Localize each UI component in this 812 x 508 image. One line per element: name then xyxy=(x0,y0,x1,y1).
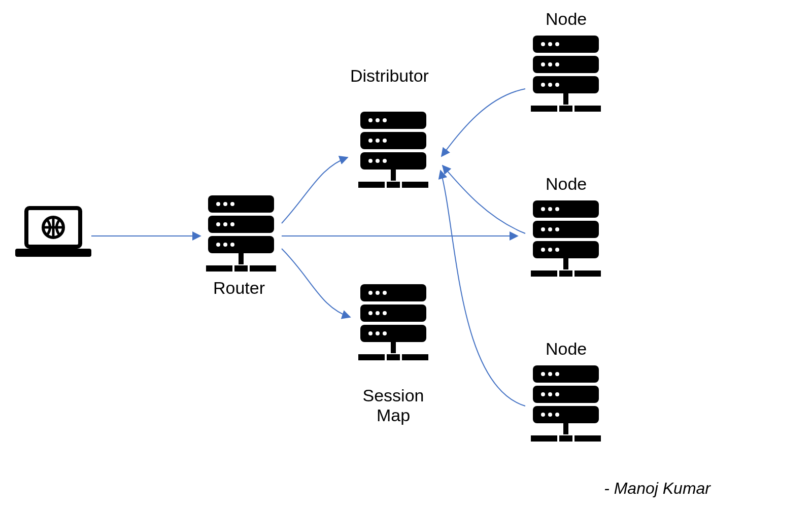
svg-point-42 xyxy=(383,291,387,295)
svg-point-59 xyxy=(541,62,545,66)
svg-rect-67 xyxy=(559,106,572,112)
server-icon xyxy=(203,195,279,277)
svg-rect-35 xyxy=(387,182,400,188)
laptop-icon xyxy=(15,203,91,264)
server-icon xyxy=(355,284,431,365)
svg-point-32 xyxy=(383,159,387,163)
diagram-canvas: Router Distributor xyxy=(0,0,812,508)
svg-rect-36 xyxy=(402,182,428,188)
svg-rect-49 xyxy=(391,342,396,353)
svg-point-45 xyxy=(383,311,387,315)
svg-point-77 xyxy=(555,227,559,231)
server-icon xyxy=(528,36,604,117)
edge-node3-distributor xyxy=(441,171,525,406)
svg-point-27 xyxy=(368,139,373,143)
svg-rect-52 xyxy=(402,354,428,360)
svg-point-64 xyxy=(555,83,559,87)
server-icon xyxy=(528,200,604,282)
author-credit: - Manoj Kumar xyxy=(604,479,710,498)
svg-point-43 xyxy=(368,311,373,315)
svg-point-16 xyxy=(230,243,234,247)
svg-point-76 xyxy=(548,227,552,231)
svg-point-58 xyxy=(555,42,559,46)
svg-point-41 xyxy=(376,291,380,295)
svg-rect-17 xyxy=(239,253,244,264)
distributor-label: Distributor xyxy=(350,66,429,86)
svg-rect-50 xyxy=(358,354,385,360)
svg-point-95 xyxy=(548,413,552,417)
svg-point-90 xyxy=(555,372,559,376)
svg-rect-1 xyxy=(15,249,91,257)
svg-point-48 xyxy=(383,331,387,335)
node1-label: Node xyxy=(546,9,587,29)
svg-rect-100 xyxy=(574,435,601,442)
svg-point-78 xyxy=(541,248,545,252)
svg-point-24 xyxy=(368,118,373,122)
svg-point-92 xyxy=(548,392,552,396)
svg-point-62 xyxy=(541,83,545,87)
edge-router-distributor xyxy=(282,157,348,223)
svg-rect-66 xyxy=(531,106,557,112)
sessionmap-label: Session Map xyxy=(363,386,424,425)
svg-rect-97 xyxy=(563,423,568,434)
svg-point-96 xyxy=(555,413,559,417)
svg-rect-99 xyxy=(559,435,572,442)
svg-point-93 xyxy=(555,392,559,396)
svg-rect-20 xyxy=(250,265,276,272)
svg-point-10 xyxy=(230,202,234,206)
svg-rect-51 xyxy=(387,354,400,360)
svg-point-72 xyxy=(541,207,545,211)
svg-point-25 xyxy=(376,118,380,122)
edge-node1-distributor xyxy=(442,89,525,156)
svg-rect-83 xyxy=(559,270,572,277)
svg-point-89 xyxy=(548,372,552,376)
svg-rect-18 xyxy=(206,265,232,272)
svg-point-15 xyxy=(223,243,227,247)
svg-point-28 xyxy=(376,139,380,143)
node2-label: Node xyxy=(546,174,587,194)
svg-point-29 xyxy=(383,139,387,143)
svg-point-31 xyxy=(376,159,380,163)
svg-rect-82 xyxy=(531,270,557,277)
svg-rect-68 xyxy=(574,106,601,112)
svg-point-9 xyxy=(223,202,227,206)
svg-point-79 xyxy=(548,248,552,252)
svg-point-44 xyxy=(376,311,380,315)
svg-point-75 xyxy=(541,227,545,231)
svg-point-26 xyxy=(383,118,387,122)
svg-point-74 xyxy=(555,207,559,211)
svg-point-12 xyxy=(223,222,227,226)
svg-point-56 xyxy=(541,42,545,46)
svg-point-47 xyxy=(376,331,380,335)
svg-point-80 xyxy=(555,248,559,252)
svg-point-57 xyxy=(548,42,552,46)
svg-point-88 xyxy=(541,372,545,376)
svg-point-13 xyxy=(230,222,234,226)
svg-point-60 xyxy=(548,62,552,66)
svg-rect-19 xyxy=(234,265,248,272)
svg-rect-65 xyxy=(563,93,568,105)
edge-node2-distributor xyxy=(443,165,525,233)
svg-rect-81 xyxy=(563,258,568,269)
node3-label: Node xyxy=(546,339,587,359)
svg-point-63 xyxy=(548,83,552,87)
svg-point-73 xyxy=(548,207,552,211)
server-icon xyxy=(528,365,604,447)
server-icon xyxy=(355,112,431,193)
svg-rect-84 xyxy=(574,270,601,277)
svg-point-11 xyxy=(216,222,220,226)
svg-point-30 xyxy=(368,159,373,163)
svg-point-8 xyxy=(216,202,220,206)
svg-point-40 xyxy=(368,291,373,295)
svg-rect-33 xyxy=(391,170,396,181)
svg-point-94 xyxy=(541,413,545,417)
router-label: Router xyxy=(213,278,265,298)
svg-point-14 xyxy=(216,243,220,247)
svg-point-91 xyxy=(541,392,545,396)
svg-point-61 xyxy=(555,62,559,66)
svg-rect-98 xyxy=(531,435,557,442)
svg-rect-34 xyxy=(358,182,385,188)
svg-point-46 xyxy=(368,331,373,335)
edge-router-sessionmap xyxy=(282,249,350,317)
